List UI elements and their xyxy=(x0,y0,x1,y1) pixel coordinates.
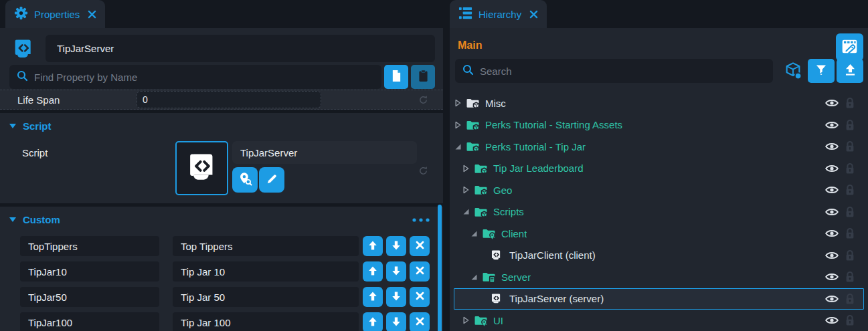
custom-prop-name-input[interactable] xyxy=(20,236,159,256)
custom-prop-value-input[interactable] xyxy=(173,312,359,331)
reset-icon[interactable] xyxy=(418,166,428,176)
object-name-input[interactable] xyxy=(46,35,435,62)
collapse-triangle-icon[interactable] xyxy=(470,273,480,281)
eye-icon[interactable] xyxy=(825,251,839,260)
tree-row[interactable]: Misc xyxy=(454,92,864,114)
script-name-field[interactable] xyxy=(232,141,417,164)
remove-button[interactable] xyxy=(410,261,430,282)
lock-icon[interactable] xyxy=(845,293,855,305)
remove-button[interactable] xyxy=(410,287,430,307)
collapse-triangle-icon xyxy=(9,217,16,222)
properties-scrollbar[interactable] xyxy=(437,90,442,331)
custom-prop-value-input[interactable] xyxy=(173,287,359,307)
custom-section-header[interactable]: Custom xyxy=(0,207,443,231)
custom-prop-value-input[interactable] xyxy=(173,236,359,256)
tree-row[interactable]: Perks Tutorial - Starting Assets xyxy=(454,114,864,136)
tree-row[interactable]: Tip Jar Leaderboard xyxy=(454,158,864,180)
property-search-input[interactable] xyxy=(34,72,374,83)
copy-properties-button[interactable] xyxy=(384,65,408,89)
move-up-button[interactable] xyxy=(363,312,383,331)
filter-button[interactable] xyxy=(808,59,835,83)
expand-triangle-icon[interactable] xyxy=(462,316,472,324)
tree-row[interactable]: Perks Tutorial - Tip Jar xyxy=(454,136,864,158)
script-label: Script xyxy=(22,147,175,158)
lock-icon[interactable] xyxy=(845,249,855,261)
tree-row[interactable]: Scripts xyxy=(454,201,864,223)
paste-properties-button[interactable] xyxy=(411,65,435,89)
tree-item-label: Perks Tutorial - Tip Jar xyxy=(485,141,586,152)
properties-tabbar: Properties xyxy=(0,0,443,28)
custom-prop-name-input[interactable] xyxy=(20,261,159,282)
collapse-triangle-icon[interactable] xyxy=(462,208,472,215)
hierarchy-search-field[interactable] xyxy=(455,59,773,83)
custom-prop-name-input[interactable] xyxy=(20,312,159,331)
tree-row[interactable]: UI xyxy=(454,310,864,331)
scrollbar-thumb[interactable] xyxy=(438,205,442,331)
remove-button[interactable] xyxy=(410,312,430,331)
move-down-button[interactable] xyxy=(386,236,406,256)
life-span-input[interactable] xyxy=(137,91,321,108)
script-asset-slot[interactable] xyxy=(175,141,228,195)
custom-property-row xyxy=(20,287,434,307)
lock-icon[interactable] xyxy=(845,162,855,175)
eye-icon[interactable] xyxy=(825,272,839,282)
expand-triangle-icon[interactable] xyxy=(454,121,464,129)
networked-cube-icon[interactable] xyxy=(784,62,802,80)
move-down-button[interactable] xyxy=(386,261,406,282)
collapse-triangle-icon[interactable] xyxy=(470,230,480,237)
custom-prop-value-input[interactable] xyxy=(173,261,359,282)
eye-icon[interactable] xyxy=(825,142,839,151)
custom-prop-name-input[interactable] xyxy=(20,287,159,307)
tree-item-label: Perks Tutorial - Starting Assets xyxy=(485,119,622,130)
tree-row[interactable]: Client xyxy=(454,223,864,245)
folder-server-icon xyxy=(482,270,496,284)
expand-triangle-icon[interactable] xyxy=(462,186,472,194)
move-up-button[interactable] xyxy=(363,287,383,307)
lock-icon[interactable] xyxy=(845,140,855,152)
lock-icon[interactable] xyxy=(845,97,855,109)
eye-icon[interactable] xyxy=(825,316,839,325)
property-search-field[interactable] xyxy=(9,65,381,89)
find-script-button[interactable] xyxy=(232,167,258,193)
eye-icon[interactable] xyxy=(825,185,839,195)
lock-icon[interactable] xyxy=(845,227,855,239)
move-down-button[interactable] xyxy=(386,287,406,307)
edit-script-button[interactable] xyxy=(259,167,284,193)
close-icon[interactable] xyxy=(88,10,96,19)
publish-button[interactable] xyxy=(837,59,863,83)
tree-row[interactable]: TipJarClient (client) xyxy=(454,245,864,267)
eye-icon[interactable] xyxy=(825,98,839,108)
lock-icon[interactable] xyxy=(845,271,855,283)
lock-icon[interactable] xyxy=(845,314,855,326)
lock-icon[interactable] xyxy=(845,119,855,131)
hierarchy-search-input[interactable] xyxy=(480,66,766,77)
script-icon xyxy=(490,249,504,261)
tab-hierarchy-label: Hierarchy xyxy=(479,9,521,20)
tab-hierarchy[interactable]: Hierarchy xyxy=(450,0,547,28)
life-span-label: Life Span xyxy=(17,94,137,106)
ellipsis-menu-icon[interactable] xyxy=(412,218,430,222)
script-section-header[interactable]: Script xyxy=(0,113,443,137)
eye-icon[interactable] xyxy=(825,164,839,173)
collapse-triangle-icon[interactable] xyxy=(454,143,464,150)
close-icon[interactable] xyxy=(529,10,538,19)
expand-triangle-icon[interactable] xyxy=(454,99,464,107)
move-up-button[interactable] xyxy=(363,261,383,282)
paste-icon xyxy=(418,70,428,84)
tab-properties[interactable]: Properties xyxy=(5,0,105,28)
remove-button[interactable] xyxy=(410,236,430,256)
eye-icon[interactable] xyxy=(825,229,839,238)
reset-icon[interactable] xyxy=(418,95,428,105)
move-up-button[interactable] xyxy=(363,236,383,256)
tree-row[interactable]: Geo xyxy=(454,179,864,201)
move-down-button[interactable] xyxy=(386,312,406,331)
lock-icon[interactable] xyxy=(845,184,855,196)
tree-row[interactable]: TipJarServer (server) xyxy=(454,288,864,310)
expand-triangle-icon[interactable] xyxy=(462,164,472,173)
eye-icon[interactable] xyxy=(825,207,839,217)
scene-button[interactable] xyxy=(836,33,863,61)
lock-icon[interactable] xyxy=(845,206,855,218)
tree-row[interactable]: Server xyxy=(454,266,864,288)
eye-icon[interactable] xyxy=(825,294,839,304)
eye-icon[interactable] xyxy=(825,120,839,130)
